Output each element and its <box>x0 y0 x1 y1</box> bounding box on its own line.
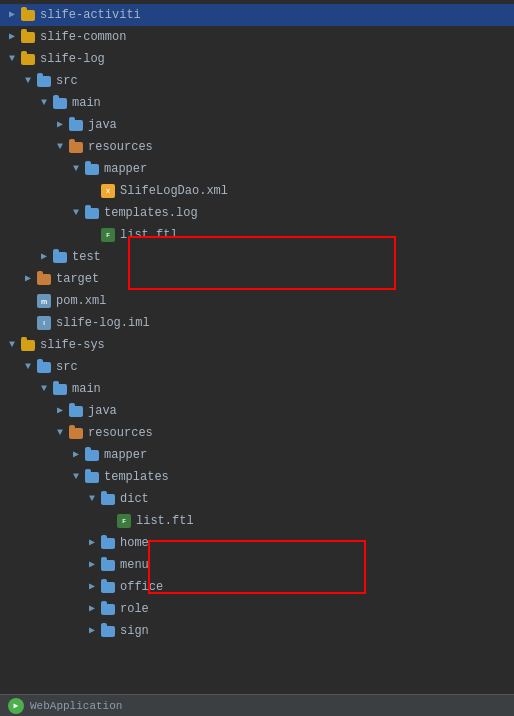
tree-item-label: java <box>88 404 117 418</box>
tree-item-iml-log[interactable]: Islife-log.iml <box>0 312 514 334</box>
tree-item-dict-sys[interactable]: dict <box>0 488 514 510</box>
arrow-collapsed-icon <box>84 579 100 595</box>
file-ftl-icon: F <box>116 513 132 529</box>
tree-item-templates-sys[interactable]: templates <box>0 466 514 488</box>
arrow-collapsed-icon <box>4 29 20 45</box>
tree-item-sign-sys[interactable]: sign <box>0 620 514 642</box>
file-iml-icon: I <box>36 315 52 331</box>
arrow-expanded-icon <box>36 381 52 397</box>
arrow-expanded-icon <box>4 51 20 67</box>
arrow-expanded-icon <box>36 95 52 111</box>
tree-item-label: test <box>72 250 101 264</box>
tree-item-templates-log[interactable]: templates.log <box>0 202 514 224</box>
tree-item-office-sys[interactable]: office <box>0 576 514 598</box>
folder-blue-icon <box>84 161 100 177</box>
tree-item-SlifeLogDao[interactable]: XSlifeLogDao.xml <box>0 180 514 202</box>
folder-blue-icon <box>84 447 100 463</box>
folder-yellow-icon <box>20 51 36 67</box>
folder-blue-icon <box>100 491 116 507</box>
project-tree[interactable]: slife-activitislife-commonslife-logsrcma… <box>0 0 514 716</box>
folder-blue-icon <box>100 579 116 595</box>
tree-item-mapper-log[interactable]: mapper <box>0 158 514 180</box>
arrow-expanded-icon <box>20 73 36 89</box>
arrow-collapsed-icon <box>4 7 20 23</box>
tree-item-label: resources <box>88 426 153 440</box>
tree-item-label: src <box>56 360 78 374</box>
tree-item-src-log[interactable]: src <box>0 70 514 92</box>
arrow-collapsed-icon <box>52 403 68 419</box>
tree-item-label: menu <box>120 558 149 572</box>
tree-item-home-sys[interactable]: home <box>0 532 514 554</box>
arrow-expanded-icon <box>20 359 36 375</box>
arrow-expanded-icon <box>68 205 84 221</box>
folder-blue-icon <box>68 117 84 133</box>
folder-yellow-icon <box>20 337 36 353</box>
folder-blue-icon <box>100 601 116 617</box>
debug-icon: ▶ <box>8 698 24 714</box>
tree-item-label: list.ftl <box>136 514 194 528</box>
tree-item-label: src <box>56 74 78 88</box>
tree-item-label: dict <box>120 492 149 506</box>
tree-item-label: slife-log <box>40 52 105 66</box>
folder-blue-icon <box>100 535 116 551</box>
folder-blue-icon <box>100 557 116 573</box>
tree-item-slife-log[interactable]: slife-log <box>0 48 514 70</box>
tree-item-label: sign <box>120 624 149 638</box>
arrow-collapsed-icon <box>52 117 68 133</box>
file-ftl-icon: F <box>100 227 116 243</box>
file-pom-icon: m <box>36 293 52 309</box>
arrow-collapsed-icon <box>84 557 100 573</box>
arrow-collapsed-icon <box>84 601 100 617</box>
tree-item-label: mapper <box>104 448 147 462</box>
tree-item-label: slife-sys <box>40 338 105 352</box>
tree-item-mapper-sys[interactable]: mapper <box>0 444 514 466</box>
tree-item-label: templates <box>104 470 169 484</box>
tree-item-label: resources <box>88 140 153 154</box>
file-xml-icon: X <box>100 183 116 199</box>
folder-blue-icon <box>36 359 52 375</box>
tree-item-label: target <box>56 272 99 286</box>
folder-blue-icon <box>52 95 68 111</box>
arrow-expanded-icon <box>68 161 84 177</box>
folder-yellow-icon <box>20 7 36 23</box>
tree-item-list-ftl-log[interactable]: Flist.ftl <box>0 224 514 246</box>
tree-item-main-log[interactable]: main <box>0 92 514 114</box>
folder-blue-icon <box>84 205 100 221</box>
bottom-bar-label: WebApplication <box>30 700 122 712</box>
tree-item-pom-log[interactable]: mpom.xml <box>0 290 514 312</box>
tree-item-label: slife-activiti <box>40 8 141 22</box>
folder-resources-icon <box>68 425 84 441</box>
tree-item-resources-sys[interactable]: resources <box>0 422 514 444</box>
arrow-collapsed-icon <box>20 271 36 287</box>
tree-item-slife-common[interactable]: slife-common <box>0 26 514 48</box>
tree-item-src-sys[interactable]: src <box>0 356 514 378</box>
arrow-collapsed-icon <box>68 447 84 463</box>
tree-item-label: SlifeLogDao.xml <box>120 184 228 198</box>
tree-item-label: templates.log <box>104 206 198 220</box>
tree-item-label: home <box>120 536 149 550</box>
tree-item-resources-log[interactable]: resources <box>0 136 514 158</box>
tree-item-slife-sys[interactable]: slife-sys <box>0 334 514 356</box>
tree-item-label: java <box>88 118 117 132</box>
tree-item-main-sys[interactable]: main <box>0 378 514 400</box>
tree-item-label: list.ftl <box>120 228 178 242</box>
tree-item-test-log[interactable]: test <box>0 246 514 268</box>
folder-blue-icon <box>52 249 68 265</box>
tree-item-slife-activiti[interactable]: slife-activiti <box>0 4 514 26</box>
tree-item-label: slife-common <box>40 30 126 44</box>
folder-blue-icon <box>84 469 100 485</box>
tree-item-role-sys[interactable]: role <box>0 598 514 620</box>
folder-blue-icon <box>68 403 84 419</box>
arrow-collapsed-icon <box>84 623 100 639</box>
arrow-expanded-icon <box>84 491 100 507</box>
folder-blue-icon <box>52 381 68 397</box>
folder-blue-icon <box>36 73 52 89</box>
arrow-collapsed-icon <box>84 535 100 551</box>
tree-item-list-ftl-sys[interactable]: Flist.ftl <box>0 510 514 532</box>
folder-resources-icon <box>68 139 84 155</box>
tree-item-menu-sys[interactable]: menu <box>0 554 514 576</box>
tree-item-java-sys[interactable]: java <box>0 400 514 422</box>
tree-item-target-log[interactable]: target <box>0 268 514 290</box>
tree-item-label: slife-log.iml <box>56 316 150 330</box>
tree-item-java-log[interactable]: java <box>0 114 514 136</box>
